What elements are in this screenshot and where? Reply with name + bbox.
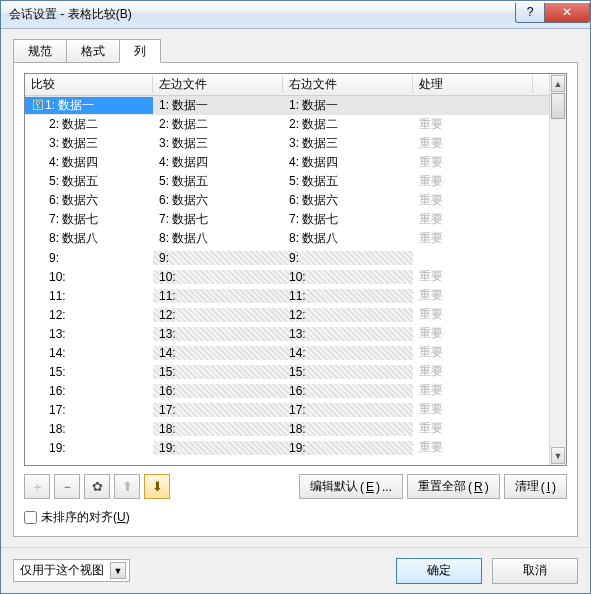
cell-right: 5: 数据五 [283,173,413,190]
edit-default-button[interactable]: 编辑默认(E)... [299,474,403,499]
remove-button[interactable]: － [54,474,80,499]
cell-left: 6: 数据六 [153,192,283,209]
cell-compare: 6: 数据六 [25,192,153,209]
cancel-button[interactable]: 取消 [492,558,578,584]
table-row[interactable]: 6: 数据六6: 数据六6: 数据六重要 [25,191,549,210]
arrow-down-icon: ⬇ [152,479,163,494]
cell-left: 18: [153,422,283,436]
table-row[interactable]: 5: 数据五5: 数据五5: 数据五重要 [25,172,549,191]
cell-right: 19: [283,441,413,455]
table-row[interactable]: 10:10:10:重要 [25,267,549,286]
scroll-thumb[interactable] [551,93,565,119]
grid-header[interactable]: 比较 左边文件 右边文件 处理 [25,74,549,96]
unsorted-align-label[interactable]: 未排序的对齐(U) [41,509,130,526]
reset-all-button[interactable]: 重置全部(R) [407,474,500,499]
table-row[interactable]: 7: 数据七7: 数据七7: 数据七重要 [25,210,549,229]
cell-status: 重要 [413,192,533,209]
cell-compare: 3: 数据三 [25,135,153,152]
cell-right: 12: [283,308,413,322]
cell-status: 重要 [413,230,533,247]
cell-status: 重要 [413,268,533,285]
cell-compare: 2: 数据二 [25,116,153,133]
cell-left: 19: [153,441,283,455]
cell-status: 重要 [413,382,533,399]
cell-status: 重要 [413,439,533,456]
cell-right: 2: 数据二 [283,116,413,133]
table-row[interactable]: 16:16:16:重要 [25,381,549,400]
move-up-button[interactable]: ⬆ [114,474,140,499]
table-row[interactable]: 15:15:15:重要 [25,362,549,381]
header-left[interactable]: 左边文件 [153,76,283,93]
cell-left: 17: [153,403,283,417]
ok-button[interactable]: 确定 [396,558,482,584]
cell-left: 14: [153,346,283,360]
cell-right: 3: 数据三 [283,135,413,152]
tab-columns[interactable]: 列 [119,39,161,63]
scope-combo-value: 仅用于这个视图 [20,562,104,579]
cell-right: 10: [283,270,413,284]
cell-right: 17: [283,403,413,417]
cell-compare: 17: [25,403,153,417]
cell-compare: 4: 数据四 [25,154,153,171]
settings-button[interactable]: ✿ [84,474,110,499]
add-button[interactable]: ＋ [24,474,50,499]
cell-right: 8: 数据八 [283,230,413,247]
cell-left: 2: 数据二 [153,116,283,133]
table-row[interactable]: 19:19:19:重要 [25,438,549,457]
cell-compare: 8: 数据八 [25,230,153,247]
minus-icon: － [61,478,74,496]
cell-compare: 5: 数据五 [25,173,153,190]
cell-compare: 15: [25,365,153,379]
titlebar[interactable]: 会话设置 - 表格比较(B) ? ✕ [1,1,590,29]
cell-right: 6: 数据六 [283,192,413,209]
cell-right: 7: 数据七 [283,211,413,228]
tab-body-columns: 比较 左边文件 右边文件 处理 ⚿1: 数据一1: 数据一1: 数据一2: 数据… [13,62,578,537]
cell-compare: 12: [25,308,153,322]
unsorted-align-checkbox[interactable] [24,511,37,524]
table-row[interactable]: 14:14:14:重要 [25,343,549,362]
arrow-up-icon: ⬆ [122,479,133,494]
cell-right: 1: 数据一 [283,97,413,114]
table-row[interactable]: 17:17:17:重要 [25,400,549,419]
tab-format[interactable]: 格式 [66,39,120,63]
table-row[interactable]: 2: 数据二2: 数据二2: 数据二重要 [25,115,549,134]
cell-left: 15: [153,365,283,379]
cell-left: 10: [153,270,283,284]
key-icon: ⚿ [31,98,45,112]
clear-button[interactable]: 清理(I) [504,474,567,499]
cell-left: 11: [153,289,283,303]
cell-compare: 19: [25,441,153,455]
table-row[interactable]: ⚿1: 数据一1: 数据一1: 数据一 [25,96,549,115]
cell-left: 16: [153,384,283,398]
cell-status: 重要 [413,363,533,380]
header-handle[interactable]: 处理 [413,76,533,93]
vertical-scrollbar[interactable]: ▲ ▼ [549,74,566,465]
table-row[interactable]: 11:11:11:重要 [25,286,549,305]
cell-status: 重要 [413,306,533,323]
table-row[interactable]: 12:12:12:重要 [25,305,549,324]
scroll-up-icon[interactable]: ▲ [551,75,565,92]
table-row[interactable]: 8: 数据八8: 数据八8: 数据八重要 [25,229,549,248]
cell-compare: 18: [25,422,153,436]
scope-combo[interactable]: 仅用于这个视图 ▼ [13,559,130,582]
grid-body: ⚿1: 数据一1: 数据一1: 数据一2: 数据二2: 数据二2: 数据二重要3… [25,96,549,457]
table-row[interactable]: 18:18:18:重要 [25,419,549,438]
table-row[interactable]: 9:9:9: [25,248,549,267]
header-compare[interactable]: 比较 [25,76,153,93]
table-row[interactable]: 3: 数据三3: 数据三3: 数据三重要 [25,134,549,153]
help-button[interactable]: ? [515,3,545,23]
close-button[interactable]: ✕ [544,3,590,23]
tab-spec[interactable]: 规范 [13,39,67,63]
table-row[interactable]: 13:13:13:重要 [25,324,549,343]
table-row[interactable]: 4: 数据四4: 数据四4: 数据四重要 [25,153,549,172]
header-right[interactable]: 右边文件 [283,76,413,93]
scroll-down-icon[interactable]: ▼ [551,447,565,464]
cell-status: 重要 [413,401,533,418]
move-down-button[interactable]: ⬇ [144,474,170,499]
grid-toolbar: ＋ － ✿ ⬆ ⬇ 编辑默认(E)... 重置全部(R) 清理(I) [24,474,567,499]
cell-right: 18: [283,422,413,436]
cell-left: 12: [153,308,283,322]
scroll-track[interactable] [550,119,566,446]
tab-strip: 规范 格式 列 [13,39,578,63]
cell-left: 4: 数据四 [153,154,283,171]
